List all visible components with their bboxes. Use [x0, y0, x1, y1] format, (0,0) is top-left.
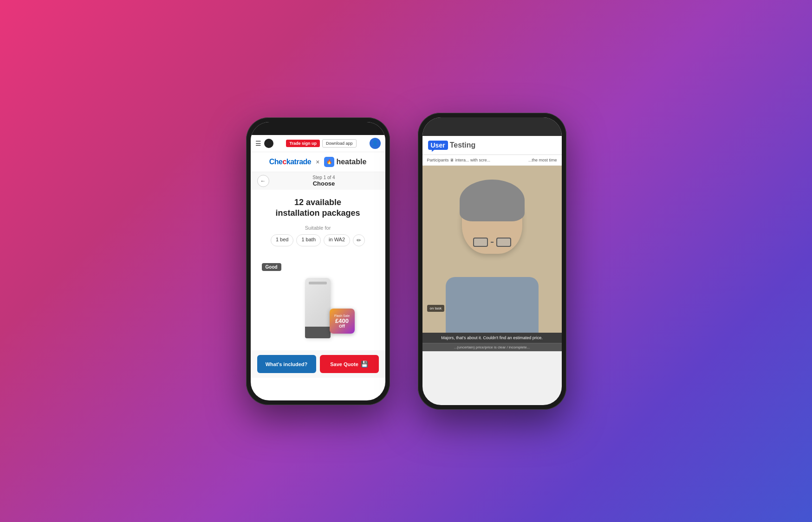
edit-filter-button[interactable]: ✏: [353, 234, 365, 246]
dashboard-stats: Participants 🖥 intera... with scre... ..…: [422, 155, 562, 166]
location-chip[interactable]: in WA2: [324, 234, 350, 246]
bottom-buttons: What's included? Save Quote 💾: [251, 350, 385, 378]
logo-user: User: [428, 141, 448, 150]
whats-included-button[interactable]: What's included?: [257, 355, 316, 373]
nav-logo-icon: [264, 139, 273, 148]
back-button[interactable]: ←: [257, 175, 269, 187]
phones-container: ☰ Trade sign up Download app 👤 Checkatra…: [246, 113, 566, 410]
brand-bar: Checkatrade × 🔥 heatable: [251, 152, 385, 172]
packages-title-section: 12 availableinstallation packages: [251, 190, 385, 223]
trade-signup-button[interactable]: Trade sign up: [286, 140, 320, 147]
save-icon: 💾: [361, 361, 368, 367]
boiler-image: [305, 278, 331, 338]
right-phone-screen: User Testing Participants 🖥 intera... wi…: [422, 117, 562, 405]
step-label: Step 1 of 4: [269, 175, 379, 180]
interview-layout: on task: [422, 166, 562, 333]
hamburger-icon[interactable]: ☰: [255, 140, 261, 147]
product-card: Good Flash Sale £400 Off: [256, 258, 380, 345]
bed-chip[interactable]: 1 bed: [271, 234, 294, 246]
brand-separator: ×: [316, 158, 319, 166]
right-phone-top-bar: [422, 117, 562, 136]
flash-sale-badge: Flash Sale £400 Off: [330, 309, 355, 334]
avatar-icon: 👤: [372, 140, 378, 146]
checkatrade-nav: ☰ Trade sign up Download app 👤: [251, 135, 385, 152]
filter-chips: 1 bed 1 bath in WA2 ✏: [251, 232, 385, 252]
nav-left: ☰: [255, 139, 273, 148]
heatable-icon: 🔥: [324, 157, 334, 167]
save-quote-label: Save Quote: [330, 361, 358, 367]
checkatrade-logo: Checkatrade: [269, 158, 312, 166]
left-phone: ☰ Trade sign up Download app 👤 Checkatra…: [246, 117, 390, 405]
person-hair: [460, 180, 525, 221]
packages-heading: 12 availableinstallation packages: [260, 197, 376, 219]
video-area: on task: [422, 166, 562, 333]
heatable-text: heatable: [336, 158, 366, 166]
step-title: Choose: [269, 180, 379, 187]
right-phone: User Testing Participants 🖥 intera... wi…: [418, 113, 566, 410]
stats-left: Participants 🖥 intera... with scre...: [427, 158, 491, 162]
heatable-logo: 🔥 heatable: [324, 157, 366, 167]
logo-testing: Testing: [450, 141, 476, 149]
flash-label: Flash Sale: [334, 314, 350, 317]
person-glasses: [473, 238, 511, 247]
video-next-caption: ...(uncertain) price/price is clear / in…: [422, 343, 562, 351]
video-caption: Majors, that's about it. Couldn't find a…: [422, 333, 562, 343]
left-phone-screen: ☰ Trade sign up Download app 👤 Checkatra…: [251, 122, 385, 400]
flash-amount: £400: [335, 318, 349, 324]
download-app-button[interactable]: Download app: [322, 139, 357, 148]
nav-buttons: Trade sign up Download app: [286, 139, 356, 148]
usertesting-logo: User Testing: [428, 141, 476, 150]
task-label: on task: [427, 305, 445, 312]
glass-bridge: [491, 242, 494, 243]
flash-off: Off: [339, 324, 345, 329]
product-image-area: Flash Sale £400 Off: [263, 264, 373, 338]
step-nav: ← Step 1 of 4 Choose: [251, 172, 385, 190]
left-phone-notch: [251, 122, 385, 135]
save-quote-button[interactable]: Save Quote 💾: [320, 355, 379, 373]
user-avatar[interactable]: 👤: [370, 138, 381, 149]
stats-right: ...the most time: [528, 158, 557, 162]
usertesting-header: User Testing: [422, 136, 562, 155]
suitable-label: Suitable for: [251, 222, 385, 232]
person-body: [446, 277, 539, 333]
glass-right: [496, 238, 511, 247]
bath-chip[interactable]: 1 bath: [296, 234, 321, 246]
glass-left: [473, 238, 488, 247]
